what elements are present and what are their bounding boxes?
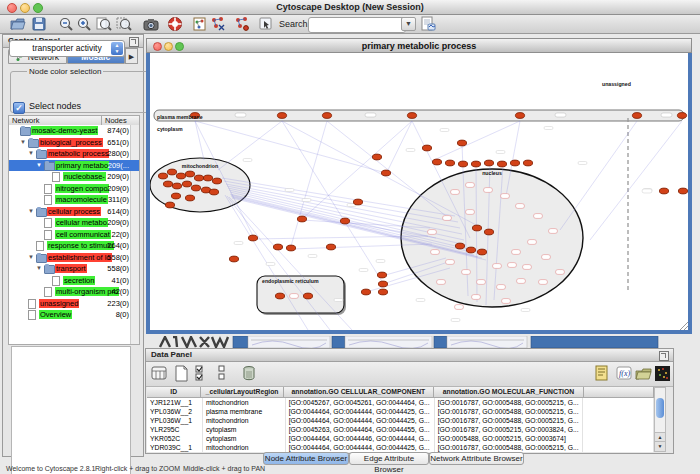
network-node[interactable]: [515, 113, 524, 119]
zoom-fit-page-icon[interactable]: [96, 16, 112, 32]
network-node[interactable]: [516, 204, 525, 209]
network-node[interactable]: [466, 210, 475, 215]
network-node[interactable]: [191, 185, 200, 191]
tree-expand-icon[interactable]: ▼: [20, 139, 26, 145]
network-node[interactable]: [428, 230, 437, 235]
background-windows-strip[interactable]: [146, 336, 700, 348]
tree-row[interactable]: macromolecule311(0): [9, 194, 139, 206]
network-node[interactable]: [297, 216, 306, 222]
network-node[interactable]: [378, 289, 387, 295]
tree-row[interactable]: secretion41(0): [9, 275, 139, 287]
network-node[interactable]: [497, 161, 506, 167]
column-header[interactable]: _cellularLayoutRegion: [201, 387, 283, 397]
tree-row[interactable]: ▼transport558(0): [9, 263, 139, 275]
network-node[interactable]: [484, 160, 493, 166]
table-scrollbar-thumb[interactable]: [656, 398, 664, 418]
import-attributes-icon[interactable]: [635, 365, 652, 382]
bottom-tab-edge[interactable]: Edge Attribute Browser: [349, 452, 429, 465]
network-node[interactable]: [556, 270, 565, 275]
network-node[interactable]: [466, 247, 475, 253]
tree-expand-icon[interactable]: ▼: [36, 162, 42, 168]
network-node[interactable]: [194, 175, 203, 181]
network-node[interactable]: [517, 279, 526, 284]
minimize-window-icon[interactable]: [20, 3, 30, 13]
network-node[interactable]: [377, 272, 386, 278]
network-node[interactable]: [340, 218, 349, 224]
network-node[interactable]: [451, 190, 460, 195]
bottom-tab-network[interactable]: Network Attribute Browser: [429, 452, 524, 465]
network-node[interactable]: [286, 245, 295, 251]
create-view-icon[interactable]: [210, 16, 226, 32]
network-node[interactable]: [171, 193, 180, 199]
select-nodes-checkbox[interactable]: ✓: [13, 102, 25, 114]
network-node[interactable]: [462, 270, 471, 275]
network-node[interactable]: [534, 214, 543, 219]
search-input[interactable]: [308, 17, 406, 33]
network-node[interactable]: [185, 195, 194, 201]
network-node[interactable]: [512, 250, 521, 255]
network-node[interactable]: [446, 260, 455, 265]
network-node[interactable]: [523, 160, 532, 166]
network-node[interactable]: [229, 256, 238, 262]
table-row[interactable]: YPL036W__2plasma membrane[GO:0044464, GO…: [147, 407, 654, 416]
table-row[interactable]: YPL036W__1mitochondrion[GO:0044464, GO:0…: [147, 416, 654, 425]
table-row[interactable]: YKR052Ccytoplasm[GO:0044464, GO:0044446,…: [147, 434, 654, 443]
zoom-in-icon[interactable]: [76, 16, 92, 32]
network-node[interactable]: [372, 154, 381, 160]
tree-expand-icon[interactable]: ▼: [28, 150, 34, 156]
network-node[interactable]: [455, 243, 464, 249]
network-node[interactable]: [172, 183, 181, 189]
network-node[interactable]: [677, 113, 686, 119]
network-node[interactable]: [248, 235, 257, 241]
network-node[interactable]: [422, 145, 431, 151]
network-node[interactable]: [632, 113, 641, 119]
birds-eye-view[interactable]: [11, 346, 131, 474]
network-node[interactable]: [542, 255, 551, 260]
table-row[interactable]: YDR039C__1mitochondrion[GO:0044464, GO:0…: [147, 443, 654, 452]
network-node[interactable]: [165, 202, 174, 208]
network-node[interactable]: [437, 280, 446, 285]
network-node[interactable]: [431, 250, 440, 255]
network-node[interactable]: [443, 216, 452, 221]
zoom-window-icon[interactable]: [33, 3, 43, 13]
network-node[interactable]: [277, 113, 286, 119]
table-row[interactable]: YLR295Ccytoplasm[GO:0045263, GO:0044464,…: [147, 425, 654, 434]
column-header[interactable]: annotation.GO CELLULAR_COMPONENT: [284, 387, 435, 397]
network-node[interactable]: [472, 295, 481, 300]
network-node[interactable]: [497, 285, 506, 290]
table-row[interactable]: YJR121W__1mitochondrion[GO:0045267, GO:0…: [147, 398, 654, 407]
network-overview-icon[interactable]: [192, 16, 208, 32]
network-node[interactable]: [466, 183, 475, 188]
network-node[interactable]: [484, 188, 493, 193]
float-panel-icon[interactable]: [659, 351, 669, 361]
network-node[interactable]: [185, 171, 194, 177]
network-node[interactable]: [472, 225, 481, 231]
search-dropdown-icon[interactable]: ▼: [401, 17, 416, 31]
network-node[interactable]: [508, 263, 517, 268]
zoom-out-icon[interactable]: [58, 16, 74, 32]
network-node[interactable]: [471, 161, 480, 167]
zoom-view-icon[interactable]: [175, 42, 184, 51]
save-icon[interactable]: [31, 16, 47, 32]
network-node[interactable]: [209, 189, 218, 195]
tree-row[interactable]: cellular metabo209(0): [9, 217, 139, 229]
close-view-icon[interactable]: [153, 42, 162, 51]
network-node[interactable]: [678, 188, 687, 194]
network-node[interactable]: [273, 244, 282, 250]
tree-row[interactable]: Overview8(0): [9, 309, 139, 321]
network-node[interactable]: [484, 229, 493, 235]
network-node[interactable]: [455, 305, 464, 310]
network-node[interactable]: [501, 194, 510, 199]
table-scrollbar[interactable]: ▲ ▼: [654, 387, 666, 452]
column-header[interactable]: ID: [147, 387, 201, 397]
network-node[interactable]: [361, 289, 370, 295]
network-node[interactable]: [457, 140, 466, 146]
tree-row[interactable]: cell communicat22(0): [9, 229, 139, 241]
network-node[interactable]: [176, 173, 185, 179]
network-node[interactable]: [458, 161, 467, 167]
network-node[interactable]: [445, 160, 454, 166]
network-node[interactable]: [523, 265, 532, 270]
network-node[interactable]: [275, 293, 284, 299]
network-node[interactable]: [477, 249, 486, 255]
network-node[interactable]: [167, 169, 176, 175]
